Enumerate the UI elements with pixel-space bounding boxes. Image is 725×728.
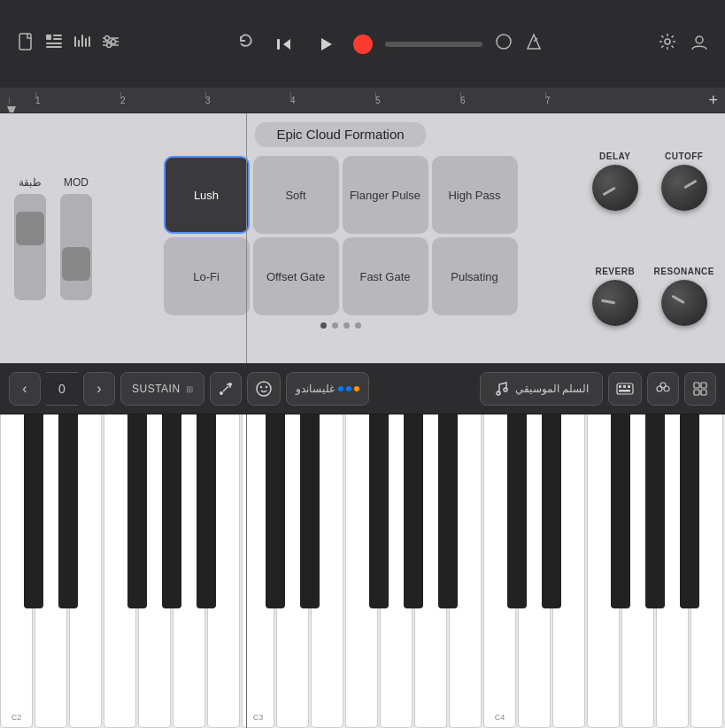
black-key[interactable] [611, 414, 629, 608]
black-key[interactable] [24, 414, 42, 608]
timeline-ruler: 1 2 3 4 5 6 7 + [0, 89, 725, 113]
svg-rect-4 [46, 43, 62, 44]
pad-soft[interactable]: Soft [253, 156, 339, 234]
svg-point-32 [504, 388, 507, 391]
menu-button[interactable] [684, 372, 716, 406]
add-track-button[interactable]: + [708, 91, 718, 110]
mod-slider-col: MOD [60, 176, 92, 300]
black-key[interactable] [300, 414, 319, 608]
key-label: C2 [12, 713, 22, 722]
emoji-button[interactable] [247, 372, 281, 406]
next-octave-icon: › [96, 381, 101, 397]
sustain-button[interactable]: SUSTAIN ⊞ [120, 372, 204, 406]
timeline-marker-7: 7 [545, 96, 630, 105]
preset-title-bar: Epic Cloud Formation [255, 122, 425, 147]
svg-point-30 [265, 386, 266, 388]
svg-point-28 [257, 382, 271, 396]
cutoff-knob-col: CUTOFF [661, 151, 707, 211]
glissando-dot-2 [346, 386, 351, 391]
svg-rect-41 [694, 383, 699, 388]
black-key[interactable] [507, 414, 526, 608]
progress-bar[interactable] [385, 42, 482, 47]
svg-point-40 [660, 383, 666, 388]
svg-rect-33 [617, 383, 633, 394]
arp-button[interactable] [210, 372, 242, 406]
reverb-knob[interactable] [592, 280, 638, 326]
controls-row: ‹ 0 › SUSTAIN ⊞ غليساندو [0, 363, 725, 414]
svg-rect-1 [46, 35, 51, 40]
black-key[interactable] [266, 414, 284, 608]
pad-lo-fi[interactable]: Lo-Fi [164, 237, 250, 315]
timeline-marker-6: 6 [460, 96, 545, 105]
black-key[interactable] [369, 414, 388, 608]
reverb-knob-col: REVERB [592, 267, 638, 326]
musical-note-icon [494, 381, 510, 397]
svg-point-23 [665, 39, 670, 44]
dot-3[interactable] [343, 322, 350, 329]
black-key[interactable] [404, 414, 422, 608]
pad-fast-gate[interactable]: Fast Gate [343, 237, 428, 315]
rewind-button[interactable] [268, 29, 298, 59]
delay-knob[interactable] [592, 165, 638, 211]
svg-rect-8 [81, 35, 83, 47]
loop-icon[interactable] [495, 33, 513, 55]
svg-rect-36 [628, 385, 630, 388]
dot-4[interactable] [355, 322, 361, 329]
pad-lush[interactable]: Lush [164, 156, 250, 234]
svg-marker-25 [7, 106, 16, 114]
layer-slider[interactable] [14, 194, 46, 300]
equalizer-icon[interactable] [101, 32, 120, 56]
chord-button[interactable] [647, 372, 679, 406]
pad-high-pass[interactable]: High Pass [432, 156, 518, 234]
undo-icon[interactable] [236, 32, 256, 56]
keyboard-layout-button[interactable] [608, 372, 642, 406]
svg-rect-10 [89, 36, 90, 47]
transport-controls [236, 29, 543, 59]
black-key[interactable] [58, 414, 77, 608]
record-button[interactable] [353, 35, 373, 54]
dot-2[interactable] [332, 322, 338, 329]
settings-icon[interactable] [658, 32, 677, 56]
glissando-label: غليساندو [296, 383, 335, 395]
black-key[interactable] [438, 414, 457, 608]
scale-button[interactable]: السلم الموسيقي [480, 372, 603, 406]
next-octave-button[interactable]: › [83, 372, 115, 406]
pad-offset-gate[interactable]: Offset Gate [253, 237, 339, 315]
svg-rect-0 [19, 34, 31, 50]
resonance-knob[interactable] [661, 280, 707, 326]
black-key[interactable] [542, 414, 560, 608]
play-button[interactable] [311, 29, 341, 59]
svg-rect-44 [701, 390, 706, 395]
resonance-label: RESONANCE [654, 267, 714, 276]
black-key[interactable] [645, 414, 664, 608]
key-label: C3 [253, 713, 264, 722]
black-key[interactable] [197, 414, 215, 608]
keyboard-wrapper: C2C3C4 [0, 414, 725, 728]
page-dots [320, 322, 361, 329]
cutoff-knob[interactable] [661, 165, 707, 211]
main-content-area: طبقة MOD Epic Cloud Formation Lush Soft … [0, 113, 725, 363]
pad-pulsating[interactable]: Pulsating [432, 237, 518, 315]
mod-slider[interactable] [60, 194, 92, 300]
timeline-markers: 1 2 3 4 5 6 7 [0, 96, 725, 105]
prev-octave-button[interactable]: ‹ [9, 372, 41, 406]
tracks-icon[interactable] [44, 32, 64, 56]
preset-title: Epic Cloud Formation [276, 127, 404, 142]
metronome-icon[interactable] [525, 33, 543, 55]
timeline-marker-5: 5 [375, 96, 460, 105]
black-key[interactable] [162, 414, 181, 608]
sustain-label: SUSTAIN [132, 383, 181, 395]
reverb-label: REVERB [595, 267, 635, 276]
pad-flanger-pulse[interactable]: Flanger Pulse [343, 156, 428, 234]
profile-icon[interactable] [690, 32, 709, 56]
glissando-button[interactable]: غليساندو [286, 372, 369, 406]
dot-1[interactable] [320, 322, 327, 329]
mixer-icon[interactable] [73, 32, 92, 56]
svg-rect-43 [694, 390, 699, 395]
center-pads-panel: Epic Cloud Formation Lush Soft Flanger P… [106, 113, 575, 363]
top-bar-left [16, 32, 120, 56]
new-document-icon[interactable] [16, 32, 35, 56]
menu-icon [692, 381, 708, 397]
black-key[interactable] [127, 414, 146, 608]
black-key[interactable] [680, 414, 698, 608]
